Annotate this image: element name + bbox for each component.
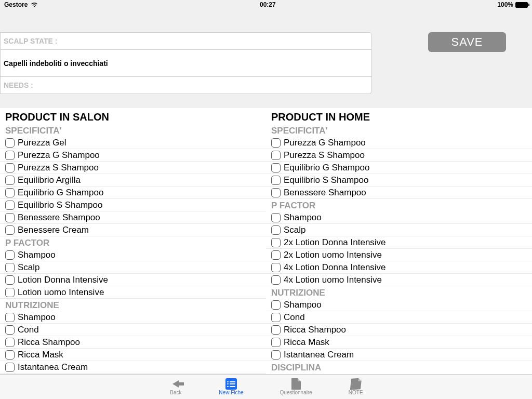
product-row[interactable]: Purezza Gel — [0, 137, 266, 149]
checkbox-icon[interactable] — [5, 138, 15, 148]
product-label: Cond — [284, 312, 305, 323]
checkbox-icon[interactable] — [271, 176, 281, 185]
checkbox-icon[interactable] — [271, 300, 281, 310]
product-row[interactable]: Ricca Shampoo — [0, 336, 266, 349]
checkbox-icon[interactable] — [271, 313, 281, 322]
checkbox-icon[interactable] — [5, 363, 15, 372]
checkbox-icon[interactable] — [5, 263, 15, 272]
product-row[interactable]: Istantanea Cream — [266, 349, 532, 361]
product-row[interactable]: Cond — [0, 324, 266, 336]
checkbox-icon[interactable] — [5, 250, 15, 260]
checkbox-icon[interactable] — [5, 313, 15, 322]
product-row[interactable]: Benessere Shampoo — [0, 211, 266, 224]
checkbox-icon[interactable] — [5, 176, 15, 185]
product-row[interactable]: Lotion uomo Intensive — [0, 286, 266, 299]
salon-column: PRODUCT IN SALON SPECIFICITA'Purezza Gel… — [0, 108, 266, 374]
product-row[interactable]: Equilibrio Argilla — [0, 174, 266, 187]
checkbox-icon[interactable] — [5, 213, 15, 222]
checkbox-icon[interactable] — [271, 250, 281, 260]
product-row[interactable]: 2x Lotion Donna Intensive — [266, 236, 532, 249]
product-row[interactable]: Istantanea Cream — [0, 361, 266, 374]
product-label: Equilibrio S Shampoo — [284, 175, 368, 185]
product-row[interactable]: Purezza G Shampoo — [0, 149, 266, 162]
product-label: Shampoo — [284, 212, 322, 223]
checkbox-icon[interactable] — [271, 188, 281, 197]
checkbox-icon[interactable] — [271, 138, 281, 148]
checkbox-icon[interactable] — [271, 151, 281, 160]
product-label: Ricca Mask — [18, 350, 63, 360]
checkbox-icon[interactable] — [271, 338, 281, 347]
product-row[interactable]: Benessere Shampoo — [266, 187, 532, 199]
scalp-state-label[interactable]: SCALP STATE : — [0, 32, 372, 50]
checkbox-icon[interactable] — [271, 325, 281, 335]
product-row[interactable]: Lotion Donna Intensive — [0, 274, 266, 286]
tab-questionnaire[interactable]: Questionnaire — [280, 378, 312, 395]
scalp-state-value[interactable]: Capelli indeboliti o invecchiati — [0, 50, 372, 77]
checkbox-icon[interactable] — [5, 350, 15, 360]
home-list: SPECIFICITA'Purezza G ShampooPurezza S S… — [266, 124, 532, 374]
product-label: Equilibrio Argilla — [18, 175, 81, 185]
checkbox-icon[interactable] — [5, 188, 15, 197]
product-row[interactable]: Shampoo — [266, 299, 532, 311]
checkbox-icon[interactable] — [5, 201, 15, 210]
list-icon — [225, 378, 237, 390]
product-row[interactable]: Equilibrio S Shampoo — [0, 199, 266, 211]
product-label: Istantanea Cream — [18, 362, 88, 373]
checkbox-icon[interactable] — [271, 238, 281, 247]
product-row[interactable]: Ricca Shampoo — [266, 324, 532, 336]
checkbox-icon[interactable] — [5, 151, 15, 160]
product-label: Purezza S Shampoo — [18, 163, 99, 173]
checkbox-icon[interactable] — [5, 275, 15, 285]
product-row[interactable]: Equilibrio G Shampoo — [0, 187, 266, 199]
checkbox-icon[interactable] — [5, 338, 15, 347]
tab-back[interactable]: Back — [169, 378, 182, 395]
product-row[interactable]: 4x Lotion Donna Intensive — [266, 261, 532, 274]
battery-icon — [515, 2, 528, 8]
product-row[interactable]: Scalp — [0, 261, 266, 274]
product-row[interactable]: Shampoo — [0, 249, 266, 261]
needs-label[interactable]: NEEDS : — [0, 77, 372, 94]
product-row[interactable]: Shampoo — [0, 311, 266, 324]
product-row[interactable]: Equilibrio G Shampoo — [266, 162, 532, 174]
tab-note[interactable]: NOTE — [349, 378, 363, 395]
checkbox-icon[interactable] — [5, 225, 15, 235]
checkbox-icon[interactable] — [5, 163, 15, 172]
product-label: Purezza S Shampoo — [284, 150, 365, 161]
carrier-label: Gestore — [4, 1, 28, 8]
product-row[interactable]: Purezza G Shampoo — [266, 137, 532, 149]
salon-title: PRODUCT IN SALON — [0, 108, 266, 124]
checkbox-icon[interactable] — [271, 213, 281, 222]
checkbox-icon[interactable] — [271, 163, 281, 172]
product-row[interactable]: Cond — [266, 311, 532, 324]
product-row[interactable]: Purezza S Shampoo — [266, 149, 532, 162]
checkbox-icon[interactable] — [5, 288, 15, 297]
product-row[interactable]: Purezza S Shampoo — [0, 162, 266, 174]
home-title: PRODUCT IN HOME — [266, 108, 532, 124]
product-row[interactable]: Equilibrio S Shampoo — [266, 174, 532, 187]
product-label: Shampoo — [284, 300, 322, 310]
product-label: Scalp — [284, 225, 306, 235]
product-label: Ricca Shampoo — [18, 337, 80, 348]
group-header: NUTRIZIONE — [0, 299, 266, 311]
checkbox-icon[interactable] — [271, 263, 281, 272]
product-row[interactable]: Benessere Cream — [0, 224, 266, 236]
checkbox-icon[interactable] — [271, 225, 281, 235]
group-header: NUTRIZIONE — [266, 286, 532, 299]
save-button[interactable]: SAVE — [428, 32, 506, 52]
product-columns: PRODUCT IN SALON SPECIFICITA'Purezza Gel… — [0, 108, 532, 374]
form-fields: SCALP STATE : Capelli indeboliti o invec… — [0, 32, 372, 94]
tab-new-fiche[interactable]: New Fiche — [219, 378, 243, 395]
product-row[interactable]: 4x Lotion uomo Intensive — [266, 274, 532, 286]
checkbox-icon[interactable] — [271, 350, 281, 360]
product-row[interactable]: Shampoo — [266, 211, 532, 224]
wifi-icon — [31, 2, 38, 7]
product-row[interactable]: Scalp — [266, 224, 532, 236]
product-row[interactable]: 2x Lotion uomo Intensive — [266, 249, 532, 261]
checkbox-icon[interactable] — [5, 325, 15, 335]
product-row[interactable]: Ricca Mask — [266, 336, 532, 349]
checkbox-icon[interactable] — [271, 275, 281, 285]
product-row[interactable]: Ricca Mask — [0, 349, 266, 361]
product-label: Benessere Cream — [18, 225, 89, 235]
product-label: Cond — [18, 325, 39, 335]
product-label: 2x Lotion uomo Intensive — [284, 250, 382, 260]
